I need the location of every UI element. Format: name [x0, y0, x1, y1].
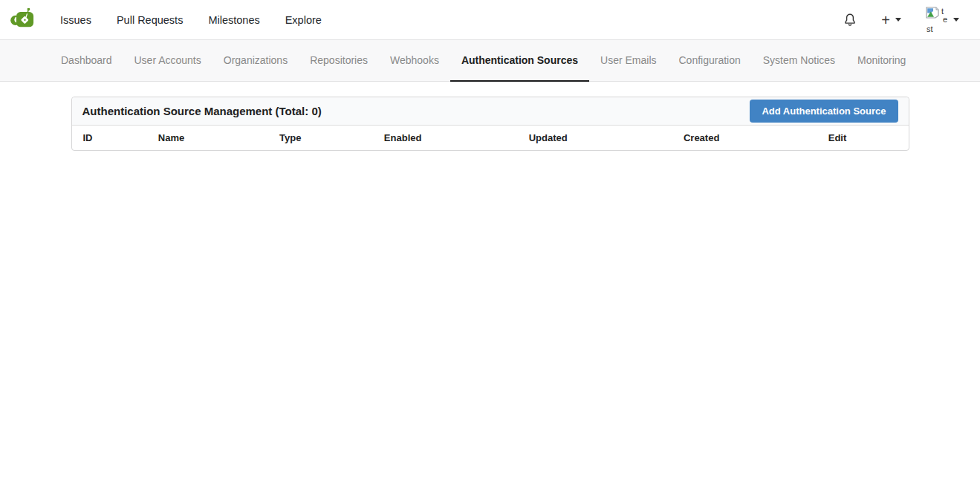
admin-tabs-bar: Dashboard User Accounts Organizations Re… — [0, 39, 980, 82]
auth-sources-panel: Authentication Source Management (Total:… — [71, 97, 909, 151]
chevron-down-icon — [953, 18, 959, 22]
notifications-bell-icon[interactable] — [843, 13, 857, 27]
tab-system-notices[interactable]: System Notices — [752, 40, 846, 82]
column-header-updated: Updated — [518, 126, 672, 150]
home-logo-link[interactable] — [10, 7, 35, 33]
column-header-edit: Edit — [817, 126, 909, 150]
nav-link-milestones[interactable]: Milestones — [208, 14, 259, 26]
plus-icon: + — [881, 13, 890, 27]
panel-header: Authentication Source Management (Total:… — [72, 97, 909, 126]
broken-image-icon — [926, 7, 940, 19]
nav-link-pull-requests[interactable]: Pull Requests — [117, 14, 183, 26]
avatar-alt-text: t — [941, 7, 944, 16]
navbar-right: + t e st — [843, 7, 959, 33]
column-header-enabled: Enabled — [373, 126, 518, 150]
column-header-created: Created — [672, 126, 817, 150]
column-header-name: Name — [147, 126, 268, 150]
navbar-left: Issues Pull Requests Milestones Explore — [10, 7, 322, 33]
gitea-logo-icon — [10, 7, 35, 33]
tab-webhooks[interactable]: Webhooks — [379, 40, 450, 82]
user-menu-dropdown[interactable]: t e st — [926, 7, 959, 33]
tab-monitoring[interactable]: Monitoring — [846, 40, 917, 82]
tab-dashboard[interactable]: Dashboard — [50, 40, 123, 82]
column-header-id: ID — [72, 126, 147, 150]
avatar: t e st — [926, 7, 948, 33]
column-header-type: Type — [268, 126, 373, 150]
tab-configuration[interactable]: Configuration — [668, 40, 752, 82]
main-content: Authentication Source Management (Total:… — [71, 97, 909, 151]
tab-authentication-sources[interactable]: Authentication Sources — [450, 40, 589, 82]
tab-organizations[interactable]: Organizations — [212, 40, 299, 82]
top-navbar: Issues Pull Requests Milestones Explore … — [0, 0, 980, 39]
tab-repositories[interactable]: Repositories — [299, 40, 379, 82]
nav-link-issues[interactable]: Issues — [60, 14, 91, 26]
avatar-alt-text: st — [927, 25, 933, 33]
tab-user-emails[interactable]: User Emails — [589, 40, 667, 82]
table-header-row: ID Name Type Enabled Updated Created Edi… — [72, 126, 909, 150]
nav-link-explore[interactable]: Explore — [285, 14, 322, 26]
create-new-dropdown[interactable]: + — [881, 13, 901, 27]
chevron-down-icon — [895, 18, 901, 22]
page-title: Authentication Source Management (Total:… — [82, 105, 322, 117]
auth-sources-table: ID Name Type Enabled Updated Created Edi… — [72, 126, 909, 150]
avatar-alt-text: e — [943, 16, 947, 24]
add-authentication-source-button[interactable]: Add Authentication Source — [750, 100, 898, 123]
tab-user-accounts[interactable]: User Accounts — [123, 40, 212, 82]
